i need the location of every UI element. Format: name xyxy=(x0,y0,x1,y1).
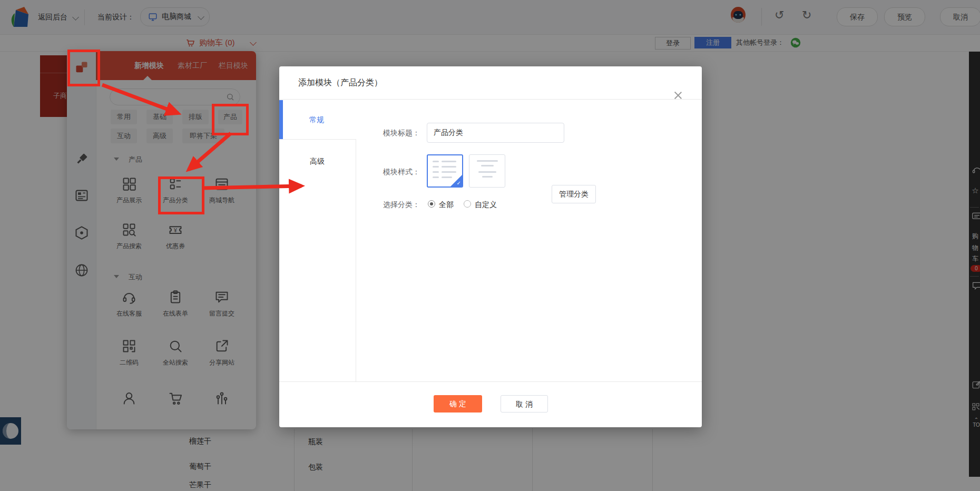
module-title-label: 模块标题： xyxy=(357,129,420,138)
radio-custom-label[interactable]: 自定义 xyxy=(475,200,497,210)
module-title-input[interactable] xyxy=(427,123,564,143)
select-category-label: 选择分类： xyxy=(357,200,420,210)
add-module-dialog: 添加模块（产品分类） 常规 高级 模块标题： 模块样式： ✓ 选择分类： 全部 xyxy=(279,66,702,427)
style-option-1[interactable]: ✓ xyxy=(427,154,463,188)
radio-all-label[interactable]: 全部 xyxy=(439,200,454,210)
dialog-title: 添加模块（产品分类） xyxy=(298,66,383,99)
annotation-box-product-category xyxy=(158,176,204,214)
manage-category-button[interactable]: 管理分类 xyxy=(552,185,596,203)
close-icon[interactable] xyxy=(673,91,683,100)
style-option-2[interactable] xyxy=(469,154,505,188)
dialog-header: 添加模块（产品分类） xyxy=(279,66,702,100)
check-icon: ✓ xyxy=(457,180,461,186)
confirm-button[interactable]: 确 定 xyxy=(434,395,482,413)
module-style-label: 模块样式： xyxy=(357,168,420,177)
radio-custom[interactable] xyxy=(464,200,471,208)
dialog-cancel-button[interactable]: 取 消 xyxy=(501,395,548,413)
tab-column-border xyxy=(356,139,356,381)
screen: 子商 榴莲干 葡萄干 芒果干 瓶装 包装 返回后台 当前设计： 电脑商城 xyxy=(0,0,980,491)
annotation-box-modules-icon xyxy=(67,50,100,86)
dialog-tab-general[interactable]: 常规 xyxy=(309,115,324,125)
footer-divider xyxy=(279,381,702,382)
active-tab-indicator xyxy=(279,100,283,139)
tab-divider xyxy=(279,139,356,140)
radio-all[interactable] xyxy=(428,200,435,208)
annotation-box-product-chip xyxy=(212,104,249,135)
dialog-tab-advanced[interactable]: 高级 xyxy=(310,157,325,166)
